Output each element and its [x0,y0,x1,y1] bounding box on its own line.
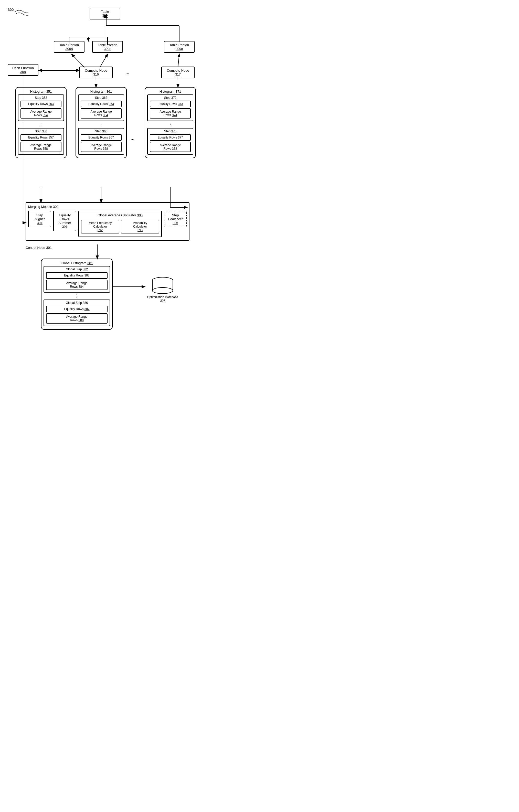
eq357-label: Equality Rows [28,136,48,139]
eq373-id: 373 [178,102,183,106]
gac-label: Global Average Calculator [97,213,136,217]
tp-a-label: Table Portion [57,43,81,47]
avg-range-388: Average RangeRows 388 [46,313,108,324]
eq363-id: 363 [109,102,114,106]
eq383-id: 383 [85,274,90,277]
avg364-id: 364 [103,113,108,117]
avg388-id: 388 [79,318,84,322]
step-366-group: Step 366 Equality Rows 367 Average Range… [78,128,124,155]
avg-range-384: Average RangeRows 384 [46,280,108,290]
hf-label: Hash Function [11,66,35,70]
avg374-label: Average RangeRows [160,110,181,117]
eq363-label: Equality Rows [88,102,108,106]
prob-calc-box: ProbabilityCalculator 393 [121,220,159,233]
step-356-group: Step 356 Equality Rows 357 Average Range… [18,128,64,155]
table-box: Table 309 [90,8,120,20]
cn317-id: 317 [164,72,192,76]
cn317-label: Compute Node [164,68,192,72]
hist361-id: 361 [107,90,112,93]
step-352-group: Step 352 Equality Rows 353 Average Range… [18,94,64,121]
step356-id: 356 [42,129,47,133]
eq357-id: 357 [49,136,54,139]
eq-rows-383: Equality Rows 383 [46,272,108,279]
hist371-id: 371 [176,90,181,93]
eq377-id: 377 [178,136,183,139]
compute-node-316: Compute Node 316 [79,66,113,78]
hist351-id: 351 [46,90,52,93]
avg358-label: Average RangeRows [30,143,52,150]
step-376-group: Step 376 Equality Rows 377 Average Range… [147,128,193,155]
ellipsis-hist: ... [131,136,135,141]
svg-line-15 [100,54,108,67]
eq367-label: Equality Rows [88,136,108,139]
avg354-id: 354 [43,113,48,117]
ellipsis-cn: ... [125,70,129,75]
avg358-id: 358 [43,147,48,150]
gs386-id: 386 [83,301,88,304]
tp-b-label: Table Portion [95,43,120,47]
eq383-label: Equality Rows [64,274,84,277]
ref-label: 300 [8,8,13,12]
avg-range-358: Average RangeRows 358 [21,142,61,152]
table-portion-a: Table Portion 309a [54,41,85,53]
histogram-351: Histogram 351 Step 352 Equality Rows 353… [16,87,66,158]
eq-rows-363: Equality Rows 363 [81,100,122,107]
step372-id: 372 [171,96,176,99]
pc-id: 393 [138,228,143,232]
compute-node-317: Compute Node 317 [161,66,195,78]
sc-label: StepCoalescer [166,213,185,221]
mfc-label: Mean FrequencyCalculator [89,221,112,228]
gs386-label: Global Step [66,301,82,304]
eq-rows-387: Equality Rows 387 [46,306,108,312]
avg368-id: 368 [103,147,108,150]
dots-371: ⋮ [147,122,193,127]
step-coalescer-box: StepCoalescer 306 [164,211,187,227]
hf-id: 308 [11,70,35,74]
dots-351: ⋮ [18,122,64,127]
step366-id: 366 [102,129,107,133]
table-portion-c: Table Portion 309c [164,41,195,53]
sa-label: StepAligner [30,213,49,221]
mm-label: Merging Module [28,205,52,209]
gh381-id: 381 [87,261,93,265]
avg-range-368: Average RangeRows 368 [81,142,122,152]
step362-label: Step [95,96,102,99]
sc-id: 306 [166,221,185,225]
hist371-label: Histogram [160,90,175,93]
gs382-label: Global Step [66,267,82,271]
avg388-label: Average RangeRows [66,315,87,322]
eq353-id: 353 [49,102,54,106]
optimization-database: Optimization Database 307 [146,277,179,302]
eq353-label: Equality Rows [28,102,48,106]
eq387-label: Equality Rows [64,307,84,311]
dots-361: ⋮ [78,122,124,127]
avg-range-374: Average RangeRows 374 [150,108,191,118]
eq367-id: 367 [109,136,114,139]
mean-freq-calc-box: Mean FrequencyCalculator 392 [81,220,119,233]
step376-label: Step [164,129,171,133]
avg384-id: 384 [79,285,84,289]
opt-db-label: Optimization Database 307 [146,295,179,302]
step362-id: 362 [102,96,107,99]
mfc-id: 392 [97,228,103,232]
avg378-label: Average RangeRows [160,143,181,150]
step352-id: 352 [42,96,47,99]
step372-label: Step [164,96,171,99]
table-label: Table [93,10,117,13]
control-node-label: Control Node 301 [26,246,52,250]
avg384-label: Average RangeRows [66,281,87,289]
tp-b-id: 309b [95,47,120,51]
eq-rows-373: Equality Rows 373 [150,100,191,107]
dots-gh: ⋮ [44,294,110,298]
global-step-382-group: Global Step 382 Equality Rows 383 Averag… [44,266,110,293]
tp-c-label: Table Portion [167,43,192,47]
eq373-label: Equality Rows [157,102,177,106]
step356-label: Step [35,129,41,133]
diagram: 300 Table 309 Table Portion 309a Table P… [0,0,220,343]
global-avg-calc-box: Global Average Calculator 303 Mean Frequ… [78,211,162,237]
gac-id: 303 [137,213,143,217]
avg368-label: Average RangeRows [90,143,112,150]
table-portion-b: Table Portion 309b [92,41,123,53]
tp-c-id: 309c [167,47,192,51]
avg364-label: Average RangeRows [90,110,112,117]
